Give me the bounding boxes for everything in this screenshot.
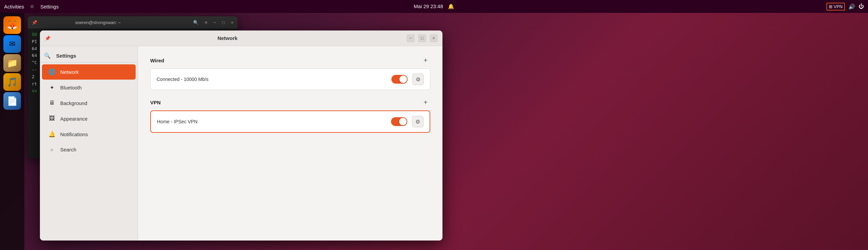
sidebar-item-label-search: Search: [60, 147, 76, 152]
minimize-button[interactable]: −: [407, 34, 415, 42]
settings-body: 🔍 Settings 🌐 Network ✦ Bluetooth: [40, 46, 442, 241]
settings-window: 📌 Network − □ × 🔍 Settings 🌐: [40, 30, 442, 241]
vpn-section: VPN + Home - IPSec VPN ⚙: [150, 98, 430, 133]
settings-titlebar: 📌 Network − □ ×: [40, 30, 442, 46]
activities-button[interactable]: Activities: [4, 4, 24, 9]
dock-icon-files[interactable]: 📁: [3, 54, 21, 72]
dock-icon-firefox[interactable]: 🦊: [3, 16, 21, 34]
vpn-toggle-knob: [399, 118, 407, 125]
vpn-add-button[interactable]: +: [421, 98, 430, 107]
sidebar-search-icon[interactable]: 🔍: [44, 53, 51, 59]
wired-add-button[interactable]: +: [421, 56, 430, 65]
sidebar-title: Settings: [51, 51, 82, 60]
wired-gear-button[interactable]: ⚙: [412, 74, 424, 85]
hamburger-button[interactable]: [124, 51, 134, 60]
vpn-connection-row: Home - IPSec VPN ⚙: [151, 111, 430, 132]
maximize-button[interactable]: □: [418, 34, 426, 42]
network-status-box[interactable]: ⊞ VPN: [826, 3, 845, 11]
sidebar-item-label-background: Background: [60, 100, 87, 106]
dock: 🦊 ✉ 📁 🎵 📄: [0, 13, 24, 250]
vpn-toggle[interactable]: [391, 117, 407, 126]
power-icon[interactable]: ⏻: [859, 3, 864, 9]
wired-card: Connected - 10000 Mb/s ⚙: [150, 68, 430, 90]
appearance-icon: 🖼: [48, 115, 55, 122]
search-sidebar-icon: ○: [48, 147, 55, 152]
wired-toggle-knob: [399, 76, 407, 83]
bluetooth-icon: ✦: [48, 84, 55, 91]
settings-icon: ⚙: [30, 4, 34, 9]
settings-main: Wired + Connected - 10000 Mb/s ⚙ VPN +: [138, 46, 442, 241]
vpn-section-header: VPN +: [150, 98, 430, 107]
sidebar-item-bluetooth[interactable]: ✦ Bluetooth: [42, 80, 136, 95]
wired-connection-row: Connected - 10000 Mb/s ⚙: [151, 69, 430, 90]
vpn-connection-label: Home - IPSec VPN: [157, 119, 386, 124]
close-button[interactable]: ×: [430, 34, 438, 42]
sidebar-item-label-notifications: Notifications: [60, 131, 88, 137]
terminal-titlebar: 📌 soeren@strongswan: ~ 🔍 ≡ − □ ×: [28, 16, 237, 28]
wired-toggle[interactable]: [391, 75, 408, 84]
sidebar-item-notifications[interactable]: 🔔 Notifications: [42, 127, 136, 142]
topbar: Activities ⚙ Settings Mai 29 23:48 🔔 ⊞ V…: [0, 0, 868, 13]
sidebar-item-appearance[interactable]: 🖼 Appearance: [42, 111, 136, 126]
wired-section-title: Wired: [150, 58, 164, 63]
settings-window-title: Network: [50, 35, 405, 41]
settings-sidebar: 🔍 Settings 🌐 Network ✦ Bluetooth: [40, 46, 138, 241]
sidebar-header: 🔍 Settings: [40, 49, 138, 63]
bell-icon: 🔔: [448, 3, 454, 9]
wired-connection-label: Connected - 10000 Mb/s: [157, 77, 387, 82]
topbar-datetime: Mai 29 23:48: [414, 3, 443, 9]
sidebar-item-network[interactable]: 🌐 Network: [42, 64, 136, 80]
background-icon: 🖥: [48, 100, 55, 106]
dock-icon-thunderbird[interactable]: ✉: [3, 35, 21, 53]
vpn-gear-button[interactable]: ⚙: [412, 116, 424, 127]
back-icon: 📌: [45, 36, 50, 41]
sidebar-item-label-appearance: Appearance: [60, 116, 88, 122]
terminal-title: soeren@strongswan: ~: [75, 20, 120, 25]
network-sidebar-icon: 🌐: [48, 68, 55, 76]
network-topbar-icon: ⊞: [829, 4, 832, 9]
volume-icon: 🔊: [848, 3, 855, 10]
sidebar-item-label-bluetooth: Bluetooth: [60, 85, 82, 90]
sidebar-item-label-network: Network: [60, 69, 79, 75]
notifications-icon: 🔔: [48, 131, 55, 138]
dock-icon-writer[interactable]: 📄: [3, 92, 21, 110]
vpn-topbar-label: VPN: [833, 4, 843, 9]
topbar-settings-label: Settings: [40, 4, 59, 9]
dock-icon-rhythmbox[interactable]: 🎵: [3, 73, 21, 91]
vpn-section-title: VPN: [150, 100, 161, 105]
sidebar-item-search[interactable]: ○ Search: [42, 143, 136, 157]
wired-section-header: Wired +: [150, 56, 430, 65]
vpn-card: Home - IPSec VPN ⚙: [150, 110, 430, 133]
sidebar-item-background[interactable]: 🖥 Background: [42, 96, 136, 110]
